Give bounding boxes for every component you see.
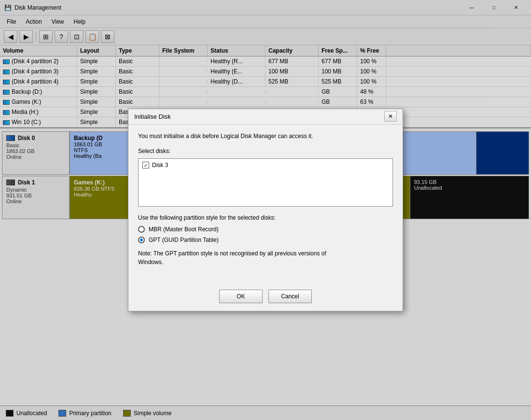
modal-close-button[interactable]: ✕: [384, 111, 397, 122]
modal-title-bar: Initialise Disk ✕: [128, 109, 403, 125]
radio-mbr-circle[interactable]: [138, 226, 145, 233]
radio-gpt-label: GPT (GUID Partition Table): [149, 237, 219, 243]
partition-style-label: Use the following partition style for th…: [138, 214, 393, 221]
radio-gpt-dot: [140, 238, 143, 241]
radio-gpt-circle[interactable]: [138, 237, 145, 243]
ok-button[interactable]: OK: [219, 290, 263, 303]
modal-overlay: Initialise Disk ✕ You must initialise a …: [0, 0, 531, 420]
cancel-button[interactable]: Cancel: [268, 290, 312, 303]
select-disks-label: Select disks:: [138, 148, 393, 154]
disk-item-label-0: Disk 3: [152, 162, 168, 168]
modal-body: You must initialise a disk before Logica…: [128, 125, 403, 284]
modal-message: You must initialise a disk before Logica…: [138, 132, 393, 140]
radio-gpt[interactable]: GPT (GUID Partition Table): [138, 237, 393, 243]
radio-mbr[interactable]: MBR (Master Boot Record): [138, 226, 393, 233]
disk-list: ✓ Disk 3: [138, 158, 393, 207]
disk-checkbox-0[interactable]: ✓: [142, 162, 149, 168]
disk-list-item-0[interactable]: ✓ Disk 3: [140, 161, 391, 169]
modal-note: Note: The GPT partition style is not rec…: [138, 249, 393, 266]
modal-footer: OK Cancel: [128, 284, 403, 311]
modal-title: Initialise Disk: [134, 113, 384, 120]
modal-dialog: Initialise Disk ✕ You must initialise a …: [128, 109, 403, 312]
radio-mbr-label: MBR (Master Boot Record): [149, 226, 219, 233]
